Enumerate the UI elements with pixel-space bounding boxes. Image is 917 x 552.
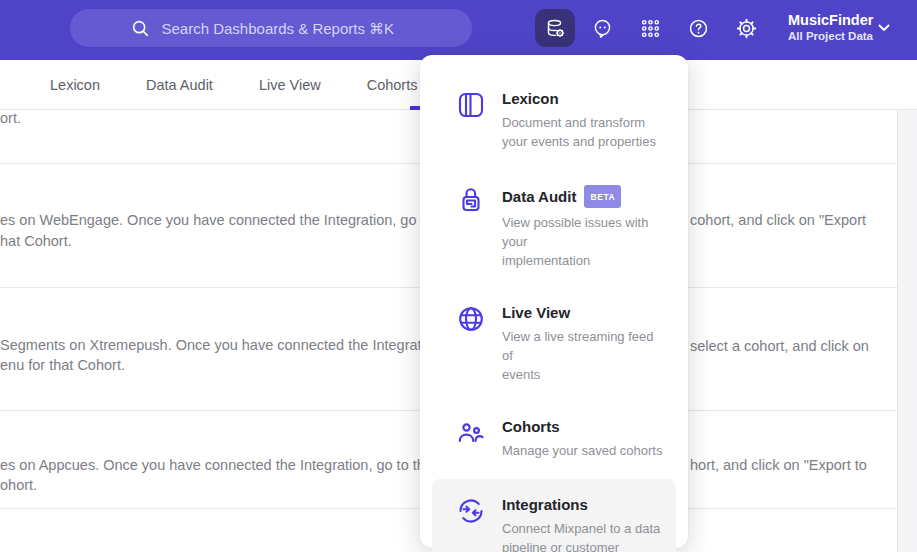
book-icon <box>456 90 486 120</box>
list-text-fragment: enu for that Cohort. <box>0 355 125 375</box>
project-subtitle: All Project Data <box>788 29 873 44</box>
users-icon <box>456 418 486 448</box>
top-header-bar: MusicFinder All Project Data <box>0 0 917 60</box>
project-name: MusicFinder <box>788 11 873 29</box>
menu-item-integrations[interactable]: Integrations Connect Mixpanel to a data … <box>432 479 676 552</box>
menu-item-live-view[interactable]: Live View View a live streaming feed of … <box>420 287 688 401</box>
tab-live-view[interactable]: Live View <box>259 77 321 93</box>
menu-item-cohorts[interactable]: Cohorts Manage your saved cohorts <box>420 401 688 477</box>
menu-item-description: Document and transform your events and p… <box>502 113 656 151</box>
menu-item-data-audit[interactable]: Data AuditBETA View possible issues with… <box>420 168 688 287</box>
menu-item-title: Data AuditBETA <box>502 185 664 208</box>
feedback-button[interactable] <box>582 9 622 47</box>
menu-item-title: Live View <box>502 304 664 322</box>
list-text-fragment: cohort, and click on "Export <box>690 210 866 230</box>
project-switcher[interactable]: MusicFinder All Project Data <box>788 11 873 44</box>
settings-gear-icon <box>735 17 758 40</box>
app-window: ort. es on WebEngage. Once you have conn… <box>0 0 917 552</box>
menu-item-title: Cohorts <box>502 418 662 436</box>
search-icon <box>131 19 150 38</box>
chevron-down-icon[interactable] <box>878 24 890 32</box>
menu-item-title: Integrations <box>502 496 660 514</box>
list-text-fragment: hort, and click on "Export to <box>690 455 867 475</box>
tab-data-audit[interactable]: Data Audit <box>146 77 213 93</box>
globe-icon <box>456 304 486 334</box>
apps-grid-button[interactable] <box>630 9 670 47</box>
list-text-fragment: Segments on Xtremepush. Once you have co… <box>0 335 445 355</box>
settings-button[interactable] <box>726 9 766 47</box>
list-text-fragment: ohort. <box>0 475 37 495</box>
menu-item-title: Lexicon <box>502 90 656 108</box>
apps-grid-icon <box>639 17 662 40</box>
help-button[interactable] <box>678 9 718 47</box>
sync-arrows-icon <box>456 496 486 526</box>
list-text-fragment: ort. <box>0 108 21 128</box>
menu-item-lexicon[interactable]: Lexicon Document and transform your even… <box>420 73 688 168</box>
data-management-icon <box>544 17 567 40</box>
global-search[interactable] <box>70 9 472 47</box>
data-management-button[interactable] <box>535 9 575 47</box>
menu-item-description: View possible issues with your implement… <box>502 213 664 270</box>
feedback-chat-icon <box>591 17 614 40</box>
menu-item-description: View a live streaming feed of events <box>502 327 664 384</box>
list-text-fragment: es on WebEngage. Once you have connected… <box>0 210 457 230</box>
list-text-fragment: es on Appcues. Once you have connected t… <box>0 455 449 475</box>
list-text-fragment: hat Cohort. <box>0 231 72 251</box>
tab-cohorts[interactable]: Cohorts <box>367 77 418 93</box>
data-management-dropdown: Lexicon Document and transform your even… <box>420 55 688 548</box>
menu-item-description: Manage your saved cohorts <box>502 441 662 460</box>
list-text-fragment: select a cohort, and click on <box>690 336 869 356</box>
tab-lexicon[interactable]: Lexicon <box>50 77 100 93</box>
help-icon <box>687 17 710 40</box>
vertical-scrollbar[interactable] <box>897 110 917 552</box>
beta-badge: BETA <box>584 185 621 208</box>
menu-item-description: Connect Mixpanel to a data pipeline or c… <box>502 519 660 552</box>
audit-lock-icon <box>456 185 486 215</box>
search-input[interactable] <box>162 20 412 37</box>
